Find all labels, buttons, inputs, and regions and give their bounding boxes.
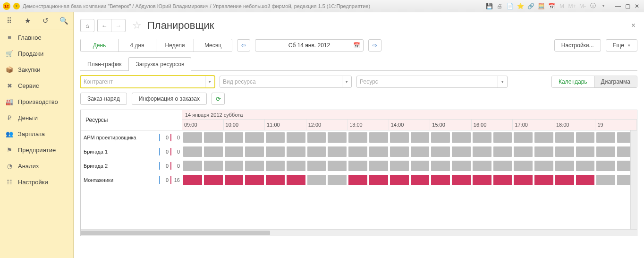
sidebar-item-6[interactable]: 👥Зарплата — [0, 126, 73, 142]
slot[interactable] — [182, 159, 224, 173]
close-button[interactable]: ✕ — [633, 2, 641, 10]
link-icon[interactable]: 🔗 — [527, 2, 534, 10]
print-icon[interactable]: 🖨 — [496, 2, 503, 10]
slot[interactable] — [513, 173, 554, 187]
slot[interactable] — [430, 145, 472, 159]
tab-0[interactable]: План-график — [80, 57, 128, 71]
sidebar-item-3[interactable]: ✖Сервис — [0, 77, 73, 94]
doc-icon[interactable]: 📄 — [506, 2, 514, 10]
slot[interactable] — [306, 130, 348, 145]
calendar-icon[interactable]: 📅 — [548, 2, 555, 10]
refresh-button[interactable]: ⟳ — [212, 93, 225, 105]
save-icon[interactable]: 💾 — [485, 2, 493, 10]
slot[interactable] — [265, 130, 306, 145]
slot[interactable] — [182, 145, 224, 159]
date-prev-button[interactable]: ⇦ — [237, 39, 250, 52]
slot[interactable] — [347, 145, 389, 159]
sidebar-item-1[interactable]: 🛒Продажи — [0, 45, 73, 61]
info-dd-icon[interactable]: ▾ — [600, 2, 607, 10]
order-info-button[interactable]: Информация о заказах — [132, 93, 207, 105]
tab-1[interactable]: Загрузка ресурсов — [128, 57, 191, 71]
slot[interactable] — [347, 159, 389, 173]
period-button-3[interactable]: Месяц — [194, 39, 232, 52]
period-button-0[interactable]: День — [81, 39, 119, 52]
counterparty-combo[interactable]: Контрагент ▾ — [80, 76, 215, 88]
sidebar-star-icon[interactable]: ★ — [18, 12, 37, 29]
slot[interactable] — [224, 159, 265, 173]
slot[interactable] — [224, 130, 265, 145]
back-button[interactable]: ← — [97, 19, 111, 32]
sidebar-item-9[interactable]: ☷Настройки — [0, 174, 73, 190]
date-next-button[interactable]: ⇨ — [368, 39, 381, 52]
slot[interactable] — [182, 173, 224, 187]
horizontal-scrollbar[interactable] — [81, 229, 637, 236]
m-plus-icon[interactable]: M+ — [568, 2, 576, 10]
slot[interactable] — [513, 130, 554, 145]
order-button[interactable]: Заказ-наряд — [80, 93, 127, 105]
slot[interactable] — [389, 130, 431, 145]
slot[interactable] — [224, 145, 265, 159]
home-button[interactable]: ⌂ — [80, 19, 94, 32]
settings-button[interactable]: Настройки... — [554, 39, 601, 52]
slot[interactable] — [554, 159, 596, 173]
resource-row[interactable]: Бригада 200 — [81, 159, 182, 173]
forward-button[interactable]: → — [111, 19, 126, 32]
more-button[interactable]: Еще — [606, 39, 637, 52]
slot[interactable] — [554, 145, 596, 159]
slot[interactable] — [182, 130, 224, 145]
slot[interactable] — [430, 159, 472, 173]
chevron-down-icon[interactable]: ▾ — [205, 76, 214, 87]
slot[interactable] — [472, 145, 513, 159]
period-button-1[interactable]: 4 дня — [119, 39, 156, 52]
date-picker-icon[interactable]: 📅 — [353, 42, 360, 49]
resource-type-combo[interactable]: Вид ресурса ▾ — [220, 76, 352, 88]
maximize-button[interactable]: ▢ — [623, 2, 632, 10]
chevron-down-icon[interactable]: ▾ — [498, 76, 507, 87]
m-icon[interactable]: M — [558, 2, 566, 10]
sidebar-item-8[interactable]: ◔Анализ — [0, 158, 73, 174]
favorite-star-icon[interactable]: ☆ — [132, 19, 142, 32]
sidebar-search-icon[interactable]: 🔍 — [55, 12, 73, 29]
resource-row[interactable]: АРМ проектировщика00 — [81, 130, 182, 145]
slot[interactable] — [265, 173, 306, 187]
app-dropdown-icon[interactable]: ▾ — [13, 3, 20, 9]
date-field[interactable]: Сб 14 янв. 2012 📅 — [255, 39, 364, 52]
slot[interactable] — [306, 145, 348, 159]
slot[interactable] — [224, 173, 265, 187]
vertical-scrollbar[interactable] — [630, 130, 637, 229]
minimize-button[interactable]: — — [614, 2, 622, 10]
sidebar-apps-icon[interactable]: ⠿ — [0, 12, 18, 29]
sidebar-item-4[interactable]: 🏭Производство — [0, 94, 73, 110]
calc-icon[interactable]: 🧮 — [537, 2, 545, 10]
sidebar-history-icon[interactable]: ↺ — [37, 12, 55, 29]
slot[interactable] — [265, 159, 306, 173]
slot[interactable] — [389, 159, 431, 173]
resource-combo[interactable]: Ресурс ▾ — [356, 76, 508, 88]
m-minus-icon[interactable]: M- — [579, 2, 586, 10]
sidebar-item-2[interactable]: 📦Закупки — [0, 61, 73, 77]
sidebar-item-0[interactable]: ≡Главное — [0, 29, 73, 45]
slot[interactable] — [472, 130, 513, 145]
slot[interactable] — [513, 145, 554, 159]
star-icon[interactable]: ⭐ — [517, 2, 524, 10]
scrollbar-thumb[interactable] — [81, 231, 270, 235]
slot[interactable] — [554, 130, 596, 145]
slot[interactable] — [513, 159, 554, 173]
diagram-view-button[interactable]: Диаграмма — [594, 76, 637, 87]
slot[interactable] — [472, 159, 513, 173]
chevron-down-icon[interactable]: ▾ — [342, 76, 351, 87]
slot[interactable] — [430, 130, 472, 145]
slot[interactable] — [554, 173, 596, 187]
slot[interactable] — [472, 173, 513, 187]
slot[interactable] — [430, 173, 472, 187]
resource-row[interactable]: Бригада 100 — [81, 145, 182, 159]
calendar-view-button[interactable]: Календарь — [552, 76, 594, 87]
period-button-2[interactable]: Неделя — [156, 39, 194, 52]
slot[interactable] — [389, 145, 431, 159]
resource-row[interactable]: Монтажники016 — [81, 173, 182, 187]
info-icon[interactable]: ⓘ — [589, 2, 597, 10]
sidebar-item-5[interactable]: ₽Деньги — [0, 110, 73, 126]
slot[interactable] — [347, 130, 389, 145]
sidebar-item-7[interactable]: ⚑Предприятие — [0, 142, 73, 158]
slot[interactable] — [306, 173, 348, 187]
